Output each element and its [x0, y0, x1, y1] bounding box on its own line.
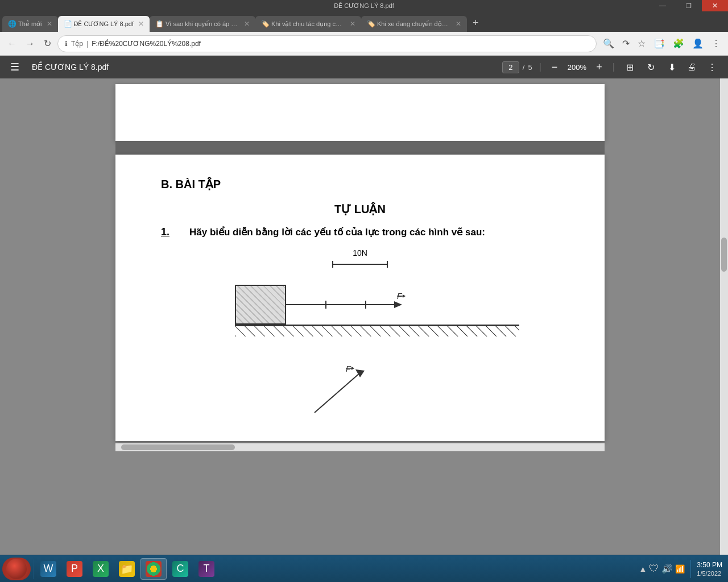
minimize-button[interactable]: — [650, 0, 676, 11]
tab-close-4[interactable]: ✕ [350, 20, 355, 28]
diagonal-force-diagram: F [292, 361, 383, 418]
block-force-row: F [235, 285, 417, 325]
taskbar-files-button[interactable]: 📁 [114, 558, 139, 580]
pdf-page-input[interactable] [502, 61, 519, 73]
taskbar-divider [33, 559, 34, 579]
tab-ap-suat[interactable]: 📋 Vì sao khi quyển có áp suất ✕ [150, 16, 255, 32]
pdf-page-main: B. BÀI TẬP TỰ LUẬN 1. Hãy biểu diễn bằng… [115, 155, 605, 441]
tab-close-3[interactable]: ✕ [244, 20, 250, 28]
pdf-right-tools: ⬇ 🖨 ⋮ [664, 61, 721, 74]
pdf-more-button[interactable]: ⋮ [703, 61, 721, 74]
reading-list-button[interactable]: 📑 [651, 37, 668, 50]
address-bar[interactable]: ℹ Tệp | F:/ĐỀ%20CƯƠNG%20LÝ%208.pdf [57, 35, 597, 52]
question-1-text: Hãy biểu diễn bằng lời các yếu tố của lự… [189, 226, 485, 238]
taskbar-chrome-button[interactable] [140, 558, 167, 580]
network-icon: 📶 [675, 564, 685, 573]
svg-marker-16 [351, 367, 354, 370]
pdf-zoom-out-button[interactable]: − [548, 60, 561, 74]
pdf-menu-button[interactable]: ☰ [7, 60, 23, 74]
diagonal-arrow-svg: F [292, 361, 383, 418]
block-object [235, 285, 286, 325]
teams-icon: T [198, 561, 214, 577]
section-b-heading: B. BÀI TẬP [161, 177, 559, 191]
clock-area[interactable]: 3:50 PM 1/5/2022 [697, 560, 722, 577]
scale-label: 10N [353, 248, 367, 257]
block-surface-diagram: F [235, 285, 519, 339]
taskbar-teams-button[interactable]: T [194, 558, 219, 580]
extensions-button[interactable]: 🧩 [670, 37, 687, 50]
tab-label-2: ĐỀ CƯƠNG LÝ 8.pdf [74, 20, 134, 28]
address-toolbar: ← → ↻ ℹ Tệp | F:/ĐỀ%20CƯƠNG%20LÝ%208.pdf… [0, 32, 728, 56]
tab-close-5[interactable]: ✕ [456, 20, 461, 28]
windows-security-icon: 🛡 [649, 563, 659, 575]
tab-label-1: Thẻ mới [18, 20, 42, 28]
pdf-total-pages: 5 [528, 63, 532, 72]
restore-button[interactable]: ❐ [676, 0, 702, 11]
page-separator [115, 141, 605, 155]
bookmark-star-button[interactable]: ☆ [635, 37, 648, 50]
close-button[interactable]: ✕ [702, 0, 728, 11]
tab-favicon-5: 🏷️ [367, 20, 375, 28]
taskbar-camtasia-button[interactable]: C [168, 558, 193, 580]
surface-hatch [235, 325, 519, 339]
new-tab-button[interactable]: + [469, 17, 482, 29]
profile-button[interactable]: 👤 [689, 37, 706, 50]
tab-close-1[interactable]: ✕ [47, 20, 52, 28]
svg-text:F: F [397, 293, 403, 301]
start-orb [6, 559, 27, 579]
system-tray-icons: ▲ 🛡 🔊 📶 [639, 563, 685, 575]
refresh-button[interactable]: ↻ [41, 37, 54, 50]
surface-hatch-svg [235, 326, 519, 336]
start-button[interactable] [2, 558, 31, 580]
scale-diagram: 10N [332, 248, 388, 270]
browser-content-area: B. BÀI TẬP TỰ LUẬN 1. Hãy biểu diễn bằng… [0, 78, 728, 555]
forward-button[interactable]: → [23, 38, 38, 50]
vertical-scrollbar[interactable] [720, 78, 728, 555]
address-protocol: Tệp [71, 40, 83, 48]
pdf-fit-page-button[interactable]: ⊞ [622, 61, 638, 74]
address-url: F:/ĐỀ%20CƯƠNG%20LÝ%208.pdf [92, 40, 589, 48]
search-browser-button[interactable]: 🔍 [600, 37, 617, 50]
pdf-rotate-button[interactable]: ↻ [643, 61, 659, 74]
pdf-download-button[interactable]: ⬇ [664, 61, 680, 74]
section-b: B. BÀI TẬP [161, 177, 559, 191]
tab-label-5: Khi xe đang chuyển động, m [377, 20, 451, 28]
taskbar-word-button[interactable]: W [36, 558, 61, 580]
pdf-zoom-value: 200% [565, 63, 588, 72]
taskbar-time: 3:50 PM [697, 560, 722, 570]
svg-marker-6 [394, 301, 402, 308]
force-arrow-svg: F [286, 293, 417, 316]
pdf-page-nav: / 5 [502, 61, 532, 73]
tab-close-2[interactable]: ✕ [138, 20, 144, 28]
svg-line-12 [315, 373, 360, 413]
powerpoint-icon: P [67, 561, 82, 577]
taskbar-excel-button[interactable]: X [88, 558, 113, 580]
svg-rect-11 [235, 326, 519, 336]
pdf-print-button[interactable]: 🖨 [682, 61, 701, 73]
word-icon: W [40, 561, 56, 577]
volume-icon: 🔊 [661, 563, 673, 574]
taskbar-ppt-button[interactable]: P [62, 558, 87, 580]
excel-icon: X [93, 561, 109, 577]
h-scrollbar[interactable] [115, 443, 605, 451]
window-controls: — ❐ ✕ [650, 0, 728, 11]
svg-marker-9 [403, 294, 406, 298]
pdf-zoom-in-button[interactable]: + [593, 60, 606, 74]
taskbar: W P X 📁 C T ▲ 🛡 🔊 📶 [0, 555, 728, 582]
chrome-icon [146, 561, 162, 577]
tab-vat-chiu-tac-dung[interactable]: 🏷️ Khi vật chịu tác dụng của 2 l ✕ [255, 16, 361, 32]
tab-favicon-1: 🌐 [8, 20, 16, 28]
tab-xe-chuyen-dong[interactable]: 🏷️ Khi xe đang chuyển động, m ✕ [361, 16, 467, 32]
back-button[interactable]: ← [5, 38, 19, 50]
scrollbar-thumb[interactable] [721, 238, 727, 272]
share-button[interactable]: ↷ [619, 37, 632, 50]
svg-text:F: F [346, 364, 351, 373]
taskbar-date: 1/5/2022 [697, 570, 722, 577]
h-scrollbar-thumb[interactable] [121, 444, 235, 450]
pdf-divider1: | [539, 62, 541, 72]
files-icon: 📁 [119, 561, 135, 577]
pdf-scroll-area[interactable]: B. BÀI TẬP TỰ LUẬN 1. Hãy biểu diễn bằng… [0, 78, 720, 555]
tab-pdf[interactable]: 📄 ĐỀ CƯƠNG LÝ 8.pdf ✕ [58, 16, 150, 32]
menu-button[interactable]: ⋮ [709, 37, 723, 50]
tab-new-tab[interactable]: 🌐 Thẻ mới ✕ [2, 16, 58, 32]
